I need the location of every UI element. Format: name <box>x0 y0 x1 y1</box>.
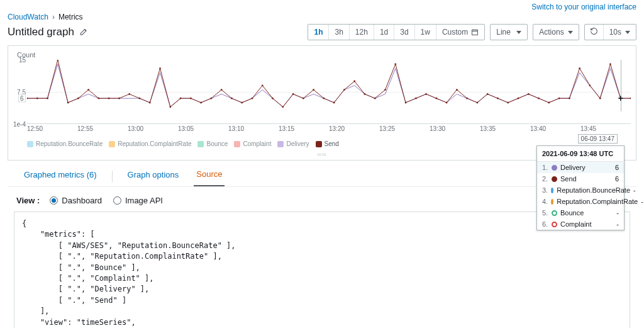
svg-point-37 <box>394 63 396 65</box>
time-range-1d[interactable]: 1d <box>374 25 394 40</box>
legend-label: Complaint <box>243 140 271 147</box>
cursor-time-badge: 06-09 13:47 <box>578 134 618 144</box>
tooltip-row: 1.Delivery6 <box>537 162 624 173</box>
x-tick: 13:20 <box>329 125 379 137</box>
x-tick: 13:10 <box>228 125 279 137</box>
time-range-1w[interactable]: 1w <box>415 25 436 40</box>
caret-down-icon <box>568 31 573 34</box>
svg-point-51 <box>538 98 540 99</box>
svg-point-55 <box>579 67 580 69</box>
svg-point-29 <box>313 89 314 91</box>
chart-tooltip: 06-09 13:47 2021-06-09 13:48 UTC 1.Deliv… <box>536 145 625 230</box>
svg-point-46 <box>487 93 489 95</box>
svg-point-8 <box>97 98 99 99</box>
actions-label: Actions <box>539 28 564 37</box>
svg-point-7 <box>87 89 89 91</box>
svg-point-23 <box>252 98 253 99</box>
caret-down-icon <box>625 31 630 34</box>
svg-point-10 <box>118 98 120 99</box>
divider <box>112 171 113 182</box>
view-radio-dashboard[interactable]: Dashboard <box>50 196 102 205</box>
tab-source[interactable]: Source <box>194 169 225 186</box>
tooltip-row: 5.Bounce- <box>537 207 624 218</box>
actions-button[interactable]: Actions <box>533 24 579 40</box>
svg-point-44 <box>466 98 468 99</box>
x-tick: 12:55 <box>77 125 128 137</box>
svg-point-16 <box>180 98 182 99</box>
legend-item[interactable]: Bounce <box>197 140 228 147</box>
legend-swatch-icon <box>27 141 33 147</box>
chart-y-label: Count <box>17 51 631 59</box>
legend-item[interactable]: Delivery <box>277 140 309 147</box>
time-range-3d[interactable]: 3d <box>394 25 414 40</box>
refresh-interval-label: 10s <box>609 28 621 37</box>
svg-point-36 <box>384 89 386 91</box>
svg-point-13 <box>149 102 151 104</box>
svg-point-33 <box>353 81 355 82</box>
refresh-button[interactable] <box>585 25 604 40</box>
x-tick: 13:15 <box>279 125 329 137</box>
svg-point-14 <box>159 67 161 69</box>
edit-icon[interactable] <box>79 27 88 38</box>
svg-point-30 <box>323 98 325 99</box>
svg-point-50 <box>528 93 530 95</box>
legend-item[interactable]: Reputation.ComplaintRate <box>109 140 191 147</box>
tooltip-row: 6.Complaint- <box>537 218 624 230</box>
svg-point-47 <box>497 98 499 99</box>
svg-rect-0 <box>472 30 478 35</box>
legend-label: Reputation.ComplaintRate <box>118 140 191 147</box>
svg-point-43 <box>456 89 458 91</box>
legend-swatch-icon <box>109 141 115 147</box>
time-range-custom[interactable]: Custom <box>436 25 484 40</box>
svg-point-12 <box>139 98 141 99</box>
x-tick: 13:40 <box>530 125 580 137</box>
x-tick: 13:05 <box>178 125 228 137</box>
svg-point-45 <box>477 102 479 104</box>
svg-point-11 <box>128 93 130 95</box>
tooltip-title: 2021-06-09 13:48 UTC <box>537 146 624 162</box>
svg-point-25 <box>272 98 274 99</box>
svg-point-48 <box>507 102 509 104</box>
legend-item[interactable]: Reputation.BounceRate <box>27 140 103 147</box>
legend-label: Delivery <box>286 140 309 147</box>
y-tick: 15 <box>19 57 26 64</box>
svg-point-20 <box>221 89 223 91</box>
time-range-12h[interactable]: 12h <box>350 25 374 40</box>
refresh-interval-select[interactable]: 10s <box>604 25 636 40</box>
breadcrumb-root[interactable]: CloudWatch <box>8 13 48 21</box>
svg-point-56 <box>589 84 591 86</box>
svg-point-34 <box>364 93 366 95</box>
chart-plot[interactable]: 157.51e-4 6 + 12:5012:5513:0013:0513:101… <box>27 60 631 137</box>
svg-point-32 <box>343 89 345 91</box>
x-tick: 13:00 <box>128 125 178 137</box>
chevron-right-icon: › <box>52 13 55 21</box>
time-range-3h[interactable]: 3h <box>329 25 349 40</box>
legend-item[interactable]: Complaint <box>234 140 271 147</box>
y-tick: 1e-4 <box>13 121 26 128</box>
view-radio-image-api[interactable]: Image API <box>113 196 163 205</box>
view-label: View : <box>16 196 40 205</box>
tab-graphed-metrics-6-[interactable]: Graphed metrics (6) <box>21 170 99 186</box>
svg-point-22 <box>241 102 243 104</box>
svg-point-18 <box>200 102 202 104</box>
viz-type-select[interactable]: Line <box>490 24 528 40</box>
svg-point-1 <box>27 98 28 99</box>
svg-point-39 <box>415 98 417 99</box>
svg-point-58 <box>609 63 611 65</box>
tooltip-row: 3.Reputation.BounceRate- <box>537 184 624 196</box>
legend-item[interactable]: Send <box>316 140 339 147</box>
svg-point-28 <box>303 98 304 99</box>
switch-interface-link[interactable]: Switch to your original interface <box>531 3 636 11</box>
svg-point-35 <box>374 98 376 99</box>
svg-point-5 <box>67 102 69 104</box>
tab-graph-options[interactable]: Graph options <box>125 170 182 186</box>
legend-label: Bounce <box>206 140 228 147</box>
svg-point-26 <box>282 106 284 108</box>
svg-point-38 <box>405 102 407 104</box>
legend-swatch-icon <box>277 141 284 147</box>
viz-type-label: Line <box>496 28 511 37</box>
svg-point-9 <box>108 98 110 99</box>
calendar-icon <box>471 28 479 36</box>
x-tick: 13:35 <box>480 125 530 137</box>
time-range-1h[interactable]: 1h <box>308 25 329 40</box>
